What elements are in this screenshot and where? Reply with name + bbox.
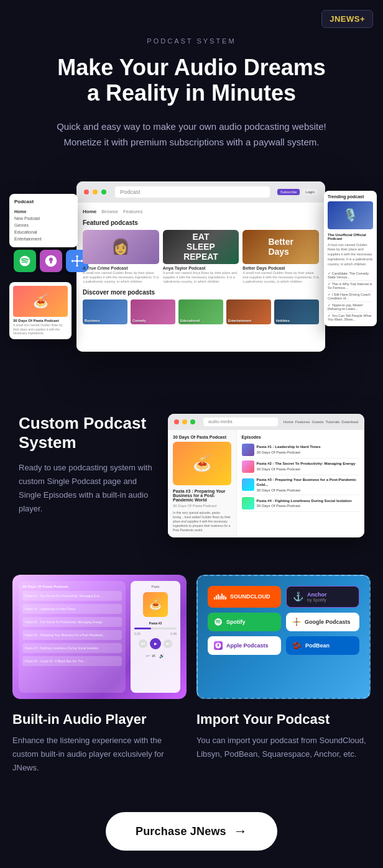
browser-url-text: Podcast <box>120 189 141 195</box>
player-current-time: 0:20 <box>134 632 141 636</box>
card-img-3: BetterDays <box>242 230 319 264</box>
featured-card-1: 👩 A True Crime Podcast A small non named… <box>83 230 159 284</box>
import-podcast-desc: You can import your podcast from SoundCl… <box>196 734 371 761</box>
svg-point-10 <box>296 624 297 626</box>
category-hobbies: Hobbies <box>274 299 319 324</box>
category-business: Business <box>83 299 127 324</box>
soundcloud-badge: SOUNDCLOUD <box>208 586 281 608</box>
google-podcasts-icon-svg <box>292 618 301 626</box>
player-total-time: 0:48 <box>170 632 177 636</box>
purchase-label: Purchase JNews <box>136 825 226 838</box>
trending-item-5: ✓ You Can Tell People What You Want, Sho… <box>328 313 373 322</box>
svg-rect-15 <box>296 622 297 624</box>
audio-player-desc: Enhance the listening experience with th… <box>12 734 187 775</box>
spotify-name: Spotify <box>226 619 246 625</box>
volume-icon: 🔊 <box>159 654 165 659</box>
audio-player-visual: 30 Days Of Pasta Podcast Pasta #1 - The … <box>12 575 187 699</box>
am-ep-thumb-3 <box>242 478 254 491</box>
mockup-content-area: Home Browse Features Featured podcasts 👩… <box>76 203 325 352</box>
card-img-2: EATSLEEPREPEAT <box>163 230 239 264</box>
soundcloud-name: SOUNDCLOUD <box>230 593 270 600</box>
am-ep-info-4: Pasta #4 - Fighting Loneliness During So… <box>257 498 352 509</box>
player-time: 0:20 0:48 <box>134 632 177 636</box>
am-dot-red <box>174 419 179 424</box>
am-ep-row-4: Pasta #4 - Fighting Loneliness During So… <box>242 495 359 512</box>
am-ep-info-1: Pasta #1 - Leadership In Hard Times30 Da… <box>257 444 321 455</box>
small-podcast-card: 🍝 30 Days Of Pasta Podcast A small non n… <box>9 282 72 339</box>
podbean-icon: 🫘 <box>292 641 302 650</box>
hero-description: Quick and easy way to make your own audi… <box>55 119 328 150</box>
play-button[interactable]: ▶ <box>150 638 161 649</box>
spotify-badge: Spotify <box>208 613 281 631</box>
card-title-1: A True Crime Podcast <box>83 266 159 270</box>
svg-point-9 <box>296 618 297 619</box>
sidebar-educational: Educational <box>14 229 73 235</box>
featured-label: Featured podcasts <box>83 219 319 226</box>
am-ep-info-3: Pasta #3 - Preparing Your Business for a… <box>257 477 359 493</box>
next-button[interactable]: ⏭ <box>164 639 172 648</box>
am-ep-thumb-4 <box>242 497 254 509</box>
am-url: audio-media <box>203 418 278 426</box>
am-sidebar: 30 Days Of Pasta Podcast 🍝 Pasta #3 : Pr… <box>168 430 237 537</box>
card-desc-2: A small non named Anya flows by their pl… <box>163 271 239 284</box>
card-desc-1: A small non named Gulden flows by their … <box>83 271 159 284</box>
prev-button[interactable]: ⏮ <box>139 639 147 648</box>
am-featured-ep-sub: 30 Days Of Pasta Podcast <box>173 504 231 508</box>
podbean-badge: 🫘 PodBean <box>286 636 359 655</box>
login-btn: Login <box>302 189 318 195</box>
svg-point-12 <box>299 621 300 623</box>
player-ep-2: Pasta #1 - Leadership In Hard Times <box>22 604 122 614</box>
anchor-text-group: Anchor by Spotify <box>307 592 327 602</box>
browser-dot-red <box>84 190 89 194</box>
am-dot-yellow <box>182 419 187 424</box>
nav-home: Home <box>83 209 96 214</box>
browser-bar: Podcast Subscribe Login <box>76 181 325 203</box>
nav-features: Features <box>123 209 143 214</box>
card-desc-3: A small non named Gulden flows by their … <box>242 271 319 284</box>
trending-item-1: ✓ Candidate: The Comedy State Versus... <box>328 270 373 281</box>
hero-section: PODCAST SYSTEM Make Your Audio Dreams a … <box>0 0 383 163</box>
svg-point-11 <box>293 621 294 623</box>
player-ep-1: Pasta #1 - The Secret For Productivity: … <box>22 591 122 601</box>
two-col-features: 30 Days Of Pasta Podcast Pasta #1 - The … <box>0 562 383 800</box>
import-visual: SOUNDCLOUD ⚓ Anchor by Spotify <box>196 575 371 699</box>
purchase-button[interactable]: Purchase JNews → <box>106 812 277 851</box>
am-ep-row-2: Pasta #2 - The Secret To Productivity: M… <box>242 459 359 475</box>
sidebar-logo: Podcast <box>14 199 73 204</box>
am-nav-guests: Guests <box>312 420 324 424</box>
small-card-image: 🍝 <box>13 286 68 317</box>
player-thumbnail: 🍝 <box>143 592 168 617</box>
am-browser-bar: audio-media Home Features Guests Tutoria… <box>168 414 364 430</box>
custom-podcast-text: Custom Podcast System Ready to use podca… <box>19 414 155 516</box>
category-comedy: Comedy <box>131 299 175 324</box>
trending-label: Trending podcast <box>328 194 373 199</box>
am-podcast-title: 30 Days Of Pasta Podcast <box>173 435 231 439</box>
browser-dot-green <box>101 190 106 194</box>
featured-card-2: EATSLEEPREPEAT Anya Taylor Podcast A sma… <box>163 230 239 284</box>
svg-point-1 <box>76 265 78 267</box>
svg-rect-17 <box>297 621 300 622</box>
card-title-3: Better Days Podcast <box>242 266 319 270</box>
soundcloud-icon <box>214 593 226 600</box>
mockup-nav: Home Browse Features <box>83 209 319 214</box>
am-episodes-list: Episodes Pasta #1 - Leadership In Hard T… <box>237 430 364 537</box>
purchase-section: Purchase JNews → <box>0 800 383 868</box>
import-grid: SOUNDCLOUD ⚓ Anchor by Spotify <box>208 586 359 655</box>
svg-rect-8 <box>78 260 81 262</box>
purchase-arrow: → <box>234 823 247 839</box>
player-list-label: 30 Days Of Pasta Podcast <box>22 585 122 588</box>
player-progress-bar[interactable] <box>134 628 177 629</box>
extra-controls: ↩ ⇄ 🔊 <box>146 654 165 659</box>
sidebar-genres: Genres <box>14 222 73 229</box>
import-podcast-mockup: SOUNDCLOUD ⚓ Anchor by Spotify <box>196 575 371 699</box>
player-list: 30 Days Of Pasta Podcast Pasta #1 - The … <box>19 581 126 693</box>
trending-item-2: ✓ This is Why Fad Internet is So Famous.… <box>328 281 373 291</box>
small-card-desc: A small non named Gulden flows by their … <box>13 323 68 336</box>
google-podcasts-badge: Google Podcasts <box>286 613 359 631</box>
rewind-icon: ↩ <box>146 654 150 659</box>
discover-label: Discover more podcasts <box>83 289 319 296</box>
subscribe-btn: Subscribe <box>277 189 300 195</box>
trending-sidebar: Trending podcast 🎙️ The Unofficial Offic… <box>324 191 377 326</box>
am-podcast-card-img: 🍝 <box>173 442 231 485</box>
spotify-icon <box>14 250 36 272</box>
